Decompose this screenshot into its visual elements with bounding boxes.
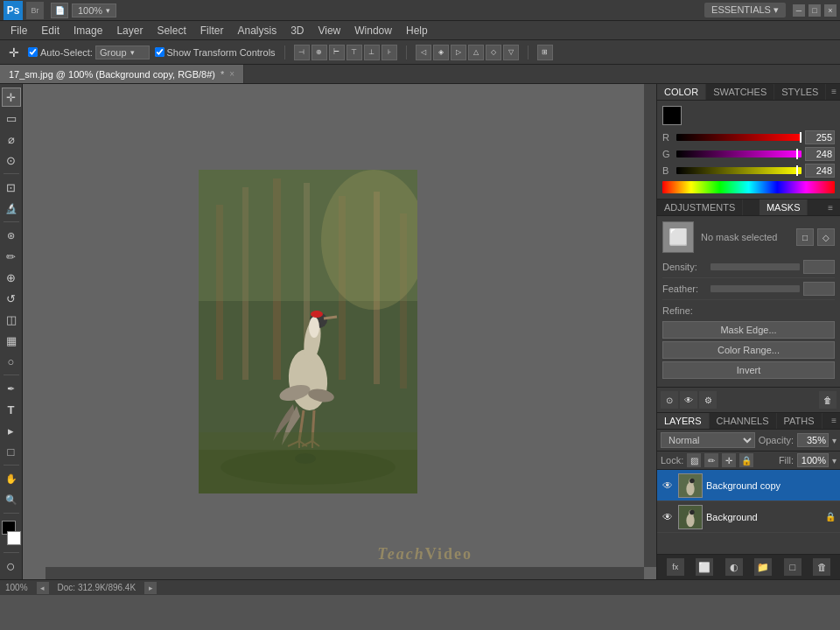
layer-mask-btn[interactable]: ⬜ xyxy=(696,558,713,576)
quick-select-tool[interactable]: ⊙ xyxy=(2,150,21,170)
canvas-vertical-scrollbar[interactable] xyxy=(644,84,656,567)
dist-center-v[interactable]: ◈ xyxy=(433,45,449,60)
channel-b-slider[interactable] xyxy=(676,167,802,174)
fill-arrow[interactable]: ▾ xyxy=(832,456,836,466)
lock-position[interactable]: ✛ xyxy=(722,453,736,467)
maximize-btn[interactable]: □ xyxy=(808,4,821,17)
tab-color[interactable]: COLOR xyxy=(657,84,706,100)
pen-tool[interactable]: ✒ xyxy=(2,379,21,398)
tab-styles[interactable]: STYLES xyxy=(774,84,826,100)
layer-background-copy[interactable]: 👁 Background copy xyxy=(657,470,840,501)
align-centers-h[interactable]: ⊥ xyxy=(364,45,380,60)
delete-layer-btn[interactable]: 🗑 xyxy=(813,558,830,576)
tab-adjustments[interactable]: ADJUSTMENTS xyxy=(657,200,743,215)
lasso-tool[interactable]: ⌀ xyxy=(2,130,21,149)
show-transform-checkbox[interactable] xyxy=(155,47,164,57)
layer-background[interactable]: 👁 Background 🔒 xyxy=(657,501,840,533)
select-rectangular-tool[interactable]: ▭ xyxy=(2,108,21,128)
brush-tool[interactable]: ✏ xyxy=(2,247,21,266)
quick-mask-btn[interactable]: ○ xyxy=(2,556,21,576)
layer-styles-btn[interactable]: fx xyxy=(667,558,684,576)
blend-mode-select[interactable]: Normal Multiply Screen Overlay xyxy=(661,432,755,448)
menu-window[interactable]: Window xyxy=(347,23,399,38)
opacity-arrow[interactable]: ▾ xyxy=(832,436,836,445)
move-tool[interactable]: ✛ xyxy=(2,88,21,107)
eraser-tool[interactable]: ◫ xyxy=(2,310,21,329)
lock-transparent-pixels[interactable]: ▨ xyxy=(687,453,701,467)
arrange-icon[interactable]: ⊞ xyxy=(537,45,553,60)
density-slider[interactable] xyxy=(710,263,800,270)
tab-close-btn[interactable]: × xyxy=(229,69,234,79)
adjustments-options[interactable]: ≡ xyxy=(824,200,836,215)
menu-edit[interactable]: Edit xyxy=(34,23,66,38)
foreground-swatch[interactable] xyxy=(662,106,682,125)
color-spectrum-bar[interactable] xyxy=(662,181,835,193)
dodge-tool[interactable]: ○ xyxy=(2,352,21,371)
tab-masks[interactable]: MASKS xyxy=(760,200,808,215)
layer-visibility-icon[interactable]: 👁 xyxy=(661,479,675,493)
tab-swatches[interactable]: SWATCHES xyxy=(706,84,774,100)
layer-visibility-icon-bg[interactable]: 👁 xyxy=(661,510,675,524)
feather-slider[interactable] xyxy=(710,285,800,292)
dist-left[interactable]: ◁ xyxy=(416,45,431,60)
opacity-value[interactable] xyxy=(797,433,829,447)
menu-layer[interactable]: Layer xyxy=(109,23,150,38)
channel-b-value[interactable] xyxy=(805,164,835,178)
menu-view[interactable]: View xyxy=(311,23,347,38)
new-group-btn[interactable]: 📁 xyxy=(754,558,772,576)
clone-stamp-tool[interactable]: ⊕ xyxy=(2,268,21,287)
crop-tool[interactable]: ⊡ xyxy=(2,178,21,197)
align-right-edges[interactable]: ⊢ xyxy=(329,45,345,60)
invert-btn[interactable]: Invert xyxy=(662,361,835,379)
auto-select-dropdown[interactable]: Group ▾ xyxy=(95,46,150,60)
path-select-tool[interactable]: ▸ xyxy=(2,421,21,440)
tab-channels[interactable]: CHANNELS xyxy=(710,413,777,429)
mask-edge-btn[interactable]: Mask Edge... xyxy=(662,321,835,339)
menu-filter[interactable]: Filter xyxy=(193,23,231,38)
add-vector-mask-btn[interactable]: ◇ xyxy=(817,228,835,246)
menu-help[interactable]: Help xyxy=(399,23,435,38)
channel-g-value[interactable] xyxy=(805,147,835,161)
menu-analysis[interactable]: Analysis xyxy=(230,23,284,38)
dist-bottom[interactable]: ▽ xyxy=(503,45,519,60)
dist-center-h[interactable]: ◇ xyxy=(486,45,501,60)
minimize-btn[interactable]: ─ xyxy=(793,4,805,17)
text-tool[interactable]: T xyxy=(2,400,21,419)
channel-r-value[interactable] xyxy=(805,130,835,144)
align-bottom-edges[interactable]: ⊦ xyxy=(382,45,397,60)
active-tab[interactable]: 17_sm.jpg @ 100% (Background copy, RGB/8… xyxy=(0,65,244,83)
dist-top[interactable]: △ xyxy=(468,45,484,60)
menu-select[interactable]: Select xyxy=(150,23,192,38)
lock-all[interactable]: 🔒 xyxy=(739,453,753,467)
new-file-icon[interactable]: 📄 xyxy=(51,3,68,18)
mask-options-icon[interactable]: ⚙ xyxy=(699,391,717,409)
view-mask-icon[interactable]: 👁 xyxy=(680,391,697,409)
eyedropper-tool[interactable]: 🔬 xyxy=(2,199,21,218)
fill-value[interactable] xyxy=(797,453,829,467)
shape-tool[interactable]: □ xyxy=(2,442,21,461)
gradient-tool[interactable]: ▦ xyxy=(2,331,21,350)
apply-mask-icon[interactable]: ⊙ xyxy=(661,391,678,409)
tab-layers[interactable]: LAYERS xyxy=(657,413,710,429)
menu-image[interactable]: Image xyxy=(66,23,109,38)
color-panel-options[interactable]: ≡ xyxy=(828,84,840,100)
color-range-btn[interactable]: Color Range... xyxy=(662,341,835,359)
lock-image-pixels[interactable]: ✏ xyxy=(704,453,718,467)
canvas-horizontal-scrollbar[interactable] xyxy=(46,567,644,579)
new-adjustment-layer-btn[interactable]: ◐ xyxy=(725,558,743,576)
hand-tool[interactable]: ✋ xyxy=(2,469,21,488)
spot-heal-brush-tool[interactable]: ⊛ xyxy=(2,226,21,245)
channel-g-slider[interactable] xyxy=(676,150,802,158)
density-value[interactable] xyxy=(803,260,835,274)
align-top-edges[interactable]: ⊤ xyxy=(346,45,362,60)
status-nav-next[interactable]: ▸ xyxy=(144,582,157,594)
zoom-tool[interactable]: 🔍 xyxy=(2,490,21,509)
align-left-edges[interactable]: ⊣ xyxy=(294,45,310,60)
menu-file[interactable]: File xyxy=(4,23,34,38)
feather-value[interactable] xyxy=(803,282,835,296)
channel-r-slider[interactable] xyxy=(676,134,802,141)
layers-options[interactable]: ≡ xyxy=(828,413,840,429)
status-nav-prev[interactable]: ◂ xyxy=(37,582,49,594)
auto-select-checkbox[interactable] xyxy=(28,47,38,57)
history-brush-tool[interactable]: ↺ xyxy=(2,289,21,308)
